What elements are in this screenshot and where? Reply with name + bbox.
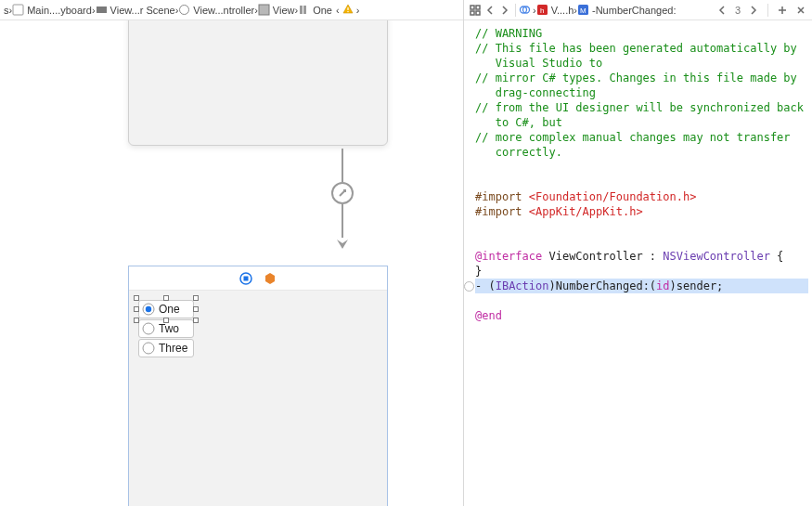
right-breadcrumb: › h V....h › M -NumberChanged: 3 xyxy=(464,0,812,20)
code-blank-line xyxy=(475,161,482,174)
code-line: // WARNING xyxy=(475,27,542,40)
code-blank-line xyxy=(475,294,482,307)
view-controller-header xyxy=(129,266,387,291)
view-icon xyxy=(258,4,270,16)
code-line: correctly. xyxy=(475,146,562,159)
code-line: } xyxy=(475,265,482,278)
svg-rect-4 xyxy=(300,6,303,14)
radio-label: Two xyxy=(159,322,179,335)
storyboard-icon xyxy=(12,4,24,16)
radio-group: One Two Three xyxy=(138,300,194,358)
segue-connector xyxy=(342,149,343,253)
chevron-right-icon[interactable]: › xyxy=(356,5,360,16)
svg-rect-14 xyxy=(470,6,474,9)
scene-icon xyxy=(96,4,108,16)
code-line: drag-connecting xyxy=(475,86,596,99)
svg-rect-0 xyxy=(13,5,23,15)
left-breadcrumb: s › Main....yboard › View...r Scene › Vi… xyxy=(0,0,463,20)
method-icon: M xyxy=(577,4,589,16)
stack-icon xyxy=(298,4,310,16)
forward-button[interactable] xyxy=(497,3,512,18)
code-line: // from the UI designer will be synchron… xyxy=(475,101,804,114)
divider xyxy=(515,4,516,17)
code-line: Visual Studio to xyxy=(475,57,602,70)
close-editor-button[interactable] xyxy=(793,3,808,18)
radio-option-three[interactable]: Three xyxy=(138,339,194,357)
svg-rect-16 xyxy=(470,11,474,15)
code-editor[interactable]: // WARNING // This file has been generat… xyxy=(464,20,812,506)
breadcrumb-label: View...ntroller xyxy=(193,5,254,16)
prev-issue-button[interactable] xyxy=(715,3,729,18)
code-line: // more complex manual changes may not t… xyxy=(475,131,791,144)
header-file-icon: h xyxy=(536,4,548,16)
controller-icon[interactable] xyxy=(239,272,252,285)
radio-option-two[interactable]: Two xyxy=(138,319,194,338)
back-button[interactable] xyxy=(483,3,497,18)
code-line: // mirror C# types. Changes in this file… xyxy=(475,71,797,84)
code-blank-line xyxy=(475,235,482,248)
svg-point-12 xyxy=(143,323,154,334)
divider xyxy=(767,4,768,17)
breadcrumb-label: -NumberChanged: xyxy=(592,5,677,16)
grid-icon[interactable] xyxy=(468,3,483,18)
breadcrumb-label: View...r Scene xyxy=(110,5,175,16)
breadcrumb-label: View xyxy=(273,5,295,16)
view-box-bottom[interactable]: One Two Three xyxy=(128,266,388,506)
svg-rect-9 xyxy=(244,276,249,280)
breadcrumb-method[interactable]: M -NumberChanged: xyxy=(577,4,677,16)
svg-text:h: h xyxy=(540,6,544,15)
segue-node-icon[interactable] xyxy=(331,182,354,204)
svg-text:M: M xyxy=(580,6,586,15)
code-line: @interface ViewController : NSViewContro… xyxy=(475,250,783,263)
interface-builder-canvas[interactable]: One Two Three xyxy=(0,20,463,506)
code-line: // This file has been generated automati… xyxy=(475,42,797,55)
breadcrumb-file[interactable]: h V....h xyxy=(536,4,574,16)
svg-rect-1 xyxy=(97,6,107,13)
breadcrumb-item[interactable]: View xyxy=(258,4,295,16)
code-line: @end xyxy=(475,309,502,322)
breadcrumb-item[interactable]: View...ntroller xyxy=(178,4,254,16)
code-line: to C#, but xyxy=(475,116,562,129)
breadcrumb-label: Main....yboard xyxy=(27,5,92,16)
chevron-left-icon[interactable]: ‹ xyxy=(336,5,340,16)
svg-rect-5 xyxy=(303,6,306,14)
breadcrumb-item[interactable]: Main....yboard xyxy=(12,4,92,16)
warning-icon[interactable] xyxy=(342,4,354,17)
code-line: #import <AppKit/AppKit.h> xyxy=(475,205,643,218)
first-responder-icon[interactable] xyxy=(264,272,277,285)
svg-rect-15 xyxy=(476,6,480,9)
add-editor-button[interactable] xyxy=(775,3,790,18)
svg-point-11 xyxy=(146,306,151,312)
svg-point-13 xyxy=(143,343,154,354)
code-blank-line xyxy=(475,175,482,188)
svg-rect-17 xyxy=(476,11,480,15)
radio-option-one[interactable]: One xyxy=(138,300,194,318)
radio-label: One xyxy=(159,303,180,316)
code-line-highlighted: - (IBAction)NumberChanged:(id)sender; xyxy=(475,279,808,293)
svg-rect-6 xyxy=(347,7,348,10)
radio-label: Three xyxy=(159,342,187,355)
code-blank-line xyxy=(475,220,482,233)
counter-label: 3 xyxy=(733,5,742,16)
controller-icon xyxy=(178,4,190,16)
view-box-top[interactable] xyxy=(128,20,388,146)
svg-point-2 xyxy=(180,6,189,15)
breadcrumb-item[interactable]: View...r Scene xyxy=(96,4,175,16)
next-issue-button[interactable] xyxy=(746,3,761,18)
related-items-icon[interactable] xyxy=(519,4,531,16)
svg-rect-3 xyxy=(259,5,269,15)
breadcrumb-item[interactable]: One xyxy=(298,4,332,16)
code-line: #import <Foundation/Foundation.h> xyxy=(475,190,696,203)
svg-rect-7 xyxy=(347,11,348,12)
arrow-down-icon xyxy=(335,238,350,253)
breadcrumb-label: V....h xyxy=(551,5,574,16)
breadcrumb-label: One xyxy=(313,5,332,16)
